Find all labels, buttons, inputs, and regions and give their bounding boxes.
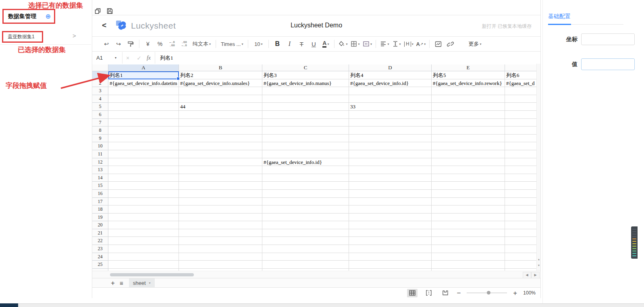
grid-cell-C15[interactable] (262, 182, 349, 190)
row-header-8[interactable]: 8 (92, 127, 108, 135)
merge-cells-icon[interactable]: ▾ (362, 39, 372, 49)
grid-cell-C14[interactable] (262, 174, 349, 182)
grid-cell-D8[interactable] (349, 127, 432, 135)
row-header-22[interactable]: 22 (92, 237, 108, 245)
grid-cell-E23[interactable] (432, 245, 505, 253)
grid-cell-B9[interactable] (179, 135, 262, 143)
row-header-14[interactable]: 14 (92, 174, 108, 182)
grid-cell-C19[interactable] (262, 214, 349, 222)
percent-format-icon[interactable]: % (155, 39, 165, 49)
horizontal-align-icon[interactable]: ▾ (379, 39, 390, 49)
grid-cell-F7[interactable] (505, 119, 540, 127)
grid-cell-F6[interactable] (505, 111, 540, 119)
row-header-12[interactable]: 12 (92, 158, 108, 166)
spreadsheet-grid[interactable]: ABCDE1列名1列名2列名3列名4列名5列名62#{gaea_set_devi… (92, 64, 540, 271)
row-header-2[interactable]: 2 (92, 79, 108, 87)
row-header-13[interactable]: 13 (92, 166, 108, 174)
grid-cell-E5[interactable] (432, 103, 505, 111)
grid-cell-C10[interactable] (262, 142, 349, 150)
text-rotate-icon[interactable]: A↗▾ (415, 39, 426, 49)
grid-cell-E20[interactable] (432, 221, 505, 229)
currency-format-icon[interactable]: ¥ (143, 39, 153, 49)
grid-cell-D10[interactable] (349, 142, 432, 150)
grid-cell-D7[interactable] (349, 119, 432, 127)
grid-cell-E7[interactable] (432, 119, 505, 127)
row-header-24[interactable]: 24 (92, 253, 108, 261)
add-dataset-icon[interactable]: ⊕ (46, 13, 51, 20)
document-title[interactable]: Luckysheet Demo (92, 22, 540, 29)
grid-cell-E11[interactable] (432, 150, 505, 158)
row-header-4[interactable]: 4 (92, 95, 108, 103)
row-header-25[interactable]: 25 (92, 261, 108, 269)
grid-cell-A16[interactable] (108, 190, 179, 198)
grid-cell-B25[interactable] (179, 261, 262, 269)
grid-cell-D14[interactable] (349, 174, 432, 182)
grid-cell-B5[interactable]: 44 (179, 103, 262, 111)
grid-cell-F13[interactable] (505, 166, 540, 174)
grid-cell-C5[interactable] (262, 103, 349, 111)
grid-cell-B7[interactable] (179, 119, 262, 127)
grid-cell-E9[interactable] (432, 135, 505, 143)
grid-cell-A8[interactable] (108, 127, 179, 135)
grid-cell-E21[interactable] (432, 229, 505, 237)
grid-cell-C3[interactable] (262, 87, 349, 95)
row-header-9[interactable]: 9 (92, 135, 108, 143)
grid-cell-A12[interactable] (108, 158, 179, 166)
grid-cell-C24[interactable] (262, 253, 349, 261)
vertical-scrollbar[interactable]: ▲ ▼ (536, 64, 540, 271)
grid-cell-C17[interactable] (262, 198, 349, 206)
font-size-dropdown[interactable]: 10▾ (251, 39, 265, 49)
vertical-align-icon[interactable]: ▾ (391, 39, 402, 49)
grid-cell-C21[interactable] (262, 229, 349, 237)
grid-cell-B17[interactable] (179, 198, 262, 206)
grid-cell-B3[interactable] (179, 87, 262, 95)
save-icon[interactable] (107, 8, 113, 14)
grid-cell-A10[interactable] (108, 142, 179, 150)
column-header-E[interactable]: E (432, 64, 505, 71)
grid-cell-E19[interactable] (432, 214, 505, 222)
grid-cell-F3[interactable] (505, 87, 540, 95)
grid-cell-D11[interactable] (349, 150, 432, 158)
grid-cell-D15[interactable] (349, 182, 432, 190)
grid-cell-A13[interactable] (108, 166, 179, 174)
grid-cell-D4[interactable] (349, 95, 432, 103)
grid-cell-B11[interactable] (179, 150, 262, 158)
row-header-17[interactable]: 17 (92, 198, 108, 206)
normal-view-icon[interactable] (407, 289, 418, 297)
grid-cell-F14[interactable] (505, 174, 540, 182)
fill-handle[interactable] (177, 77, 180, 80)
grid-cell-E3[interactable] (432, 87, 505, 95)
grid-cell-E17[interactable] (432, 198, 505, 206)
sheet-tab[interactable]: sheet ▾ (129, 278, 155, 288)
grid-cell-B12[interactable] (179, 158, 262, 166)
grid-cell-F8[interactable] (505, 127, 540, 135)
row-header-11[interactable]: 11 (92, 150, 108, 158)
grid-cell-A3[interactable] (108, 87, 179, 95)
grid-cell-C9[interactable] (262, 135, 349, 143)
grid-cell-E18[interactable] (432, 205, 505, 214)
format-painter-icon[interactable] (125, 39, 136, 49)
grid-cell-B4[interactable] (179, 95, 262, 103)
column-header-C[interactable]: C (262, 64, 349, 71)
sheet-list-menu-icon[interactable]: ≡ (120, 280, 123, 286)
row-header-23[interactable]: 23 (92, 245, 108, 253)
bold-icon[interactable]: B (272, 39, 283, 49)
grid-cell-E15[interactable] (432, 182, 505, 190)
grid-cell-F10[interactable] (505, 142, 540, 150)
zoom-in-icon[interactable]: + (513, 290, 517, 297)
grid-cell-A7[interactable] (108, 119, 179, 127)
grid-cell-A20[interactable] (108, 221, 179, 229)
grid-cell-A2[interactable]: #{gaea_set_device_info.datetim (108, 79, 179, 87)
fx-icon[interactable]: fx (147, 55, 151, 61)
zoom-percentage[interactable]: 100% (523, 290, 536, 296)
grid-cell-B13[interactable] (179, 166, 262, 174)
grid-cell-B6[interactable] (179, 111, 262, 119)
grid-cell-C25[interactable] (262, 261, 349, 269)
grid-cell-E4[interactable] (432, 95, 505, 103)
increase-decimal-icon[interactable]: .00→.0 (179, 39, 189, 49)
grid-cell-B15[interactable] (179, 182, 262, 190)
scroll-up-icon[interactable]: ▲ (537, 258, 540, 261)
grid-cell-B22[interactable] (179, 237, 262, 245)
scroll-down-icon[interactable]: ▼ (537, 264, 540, 267)
formula-cancel-icon[interactable]: × (126, 55, 129, 61)
